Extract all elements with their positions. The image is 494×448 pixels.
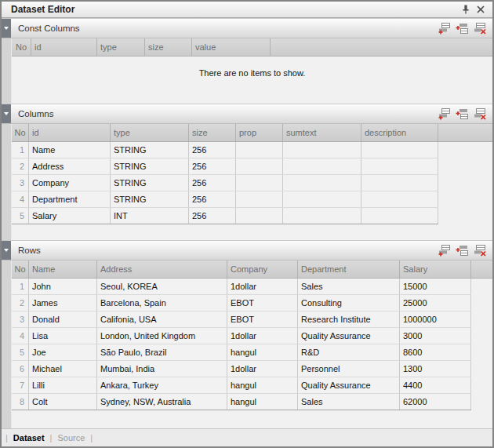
delete-row-button[interactable] — [474, 22, 487, 35]
table-cell[interactable]: 1000000 — [400, 311, 471, 327]
table-cell[interactable]: Salary — [29, 208, 111, 224]
table-cell[interactable]: STRING — [111, 175, 189, 191]
table-cell[interactable]: 1300 — [400, 361, 471, 377]
table-cell[interactable]: hangul — [227, 377, 298, 393]
table-cell[interactable]: Quality Assurance — [298, 377, 400, 393]
table-cell[interactable] — [283, 175, 361, 191]
table-cell[interactable]: 256 — [189, 175, 236, 191]
table-cell[interactable] — [361, 208, 438, 224]
row-number-cell[interactable]: 6 — [12, 361, 29, 377]
table-cell[interactable]: Lilli — [29, 377, 97, 393]
table-cell[interactable] — [361, 142, 438, 158]
add-row-button[interactable] — [438, 22, 451, 35]
insert-row-button[interactable] — [456, 107, 469, 120]
table-cell[interactable]: 62000 — [400, 394, 471, 410]
table-cell[interactable]: STRING — [111, 158, 189, 174]
close-button[interactable] — [473, 3, 488, 16]
table-cell[interactable]: 256 — [189, 142, 236, 158]
table-cell[interactable]: 256 — [189, 158, 236, 174]
table-cell[interactable]: 15000 — [400, 279, 471, 294]
table-row[interactable]: 2AddressSTRING256 — [12, 158, 438, 175]
table-cell[interactable]: 8600 — [400, 344, 471, 360]
table-cell[interactable]: Joe — [29, 344, 97, 360]
table-cell[interactable]: STRING — [111, 191, 189, 207]
column-header[interactable]: No — [12, 260, 29, 278]
table-cell[interactable]: 256 — [189, 191, 236, 207]
table-cell[interactable]: São Paulo, Brazil — [97, 344, 227, 360]
table-cell[interactable]: 1dollar — [227, 279, 298, 294]
row-number-cell[interactable]: 8 — [12, 394, 29, 410]
table-cell[interactable] — [236, 175, 283, 191]
table-row[interactable]: 5SalaryINT256 — [12, 208, 438, 224]
table-row[interactable]: 7LilliAnkara, TurkeyhangulQuality Assura… — [12, 377, 471, 394]
column-header[interactable]: size — [145, 38, 192, 56]
column-header[interactable]: No — [12, 124, 29, 141]
column-header[interactable]: sumtext — [283, 124, 361, 141]
table-cell[interactable] — [236, 158, 283, 174]
table-cell[interactable]: Quality Assurance — [298, 328, 400, 344]
table-cell[interactable]: Seoul, KOREA — [97, 279, 227, 294]
row-number-cell[interactable]: 5 — [12, 208, 29, 224]
table-cell[interactable] — [236, 142, 283, 158]
table-cell[interactable]: 1dollar — [227, 361, 298, 377]
table-cell[interactable]: STRING — [111, 142, 189, 158]
table-cell[interactable]: Address — [29, 158, 111, 174]
table-cell[interactable]: Barcelona, Spain — [97, 295, 227, 311]
table-row[interactable]: 2JamesBarcelona, SpainEBOTConsulting2500… — [12, 295, 471, 311]
column-header[interactable]: Company — [227, 260, 298, 278]
tab-dataset[interactable]: Dataset — [13, 433, 45, 443]
table-cell[interactable] — [283, 208, 361, 224]
row-number-cell[interactable]: 3 — [12, 175, 29, 191]
table-cell[interactable]: hangul — [227, 344, 298, 360]
table-cell[interactable]: Lisa — [29, 328, 97, 344]
table-cell[interactable] — [361, 158, 438, 174]
table-cell[interactable]: 256 — [189, 208, 236, 224]
table-cell[interactable]: Research Institute — [298, 311, 400, 327]
table-cell[interactable]: Sales — [298, 279, 400, 294]
column-header[interactable]: value — [192, 38, 271, 56]
column-header[interactable]: No — [12, 38, 31, 56]
table-cell[interactable]: Sales — [298, 394, 400, 410]
pin-button[interactable] — [458, 3, 473, 16]
table-cell[interactable]: hangul — [227, 394, 298, 410]
table-cell[interactable]: EBOT — [227, 295, 298, 311]
table-row[interactable]: 5JoeSão Paulo, BrazilhangulR&D8600 — [12, 344, 471, 361]
table-cell[interactable]: London, United Kingdom — [97, 328, 227, 344]
column-header[interactable]: size — [189, 124, 236, 141]
add-row-button[interactable] — [438, 107, 451, 120]
column-header[interactable]: Department — [298, 260, 400, 278]
table-cell[interactable]: 25000 — [400, 295, 471, 311]
table-cell[interactable]: Sydney, NSW, Australia — [97, 394, 227, 410]
tab-source[interactable]: Source — [57, 433, 85, 443]
table-cell[interactable]: James — [29, 295, 97, 311]
insert-row-button[interactable] — [456, 244, 469, 257]
row-number-cell[interactable]: 4 — [12, 191, 29, 207]
row-number-cell[interactable]: 3 — [12, 311, 29, 327]
table-cell[interactable]: 1dollar — [227, 328, 298, 344]
delete-row-button[interactable] — [474, 244, 487, 257]
column-header[interactable]: Name — [29, 260, 97, 278]
table-row[interactable]: 8ColtSydney, NSW, AustraliahangulSales62… — [12, 394, 471, 410]
table-cell[interactable]: R&D — [298, 344, 400, 360]
table-cell[interactable]: Consulting — [298, 295, 400, 311]
table-cell[interactable]: Califonia, USA — [97, 311, 227, 327]
insert-row-button[interactable] — [456, 22, 469, 35]
table-cell[interactable]: Michael — [29, 361, 97, 377]
table-cell[interactable]: INT — [111, 208, 189, 224]
table-cell[interactable] — [283, 158, 361, 174]
table-cell[interactable]: Donald — [29, 311, 97, 327]
table-row[interactable]: 3DonaldCalifonia, USAEBOTResearch Instit… — [12, 311, 471, 328]
table-cell[interactable]: Colt — [29, 394, 97, 410]
row-number-cell[interactable]: 1 — [12, 279, 29, 294]
column-header[interactable]: type — [97, 38, 145, 56]
table-cell[interactable]: Mumbai, India — [97, 361, 227, 377]
column-header[interactable]: Address — [97, 260, 227, 278]
row-number-cell[interactable]: 2 — [12, 158, 29, 174]
column-header[interactable]: prop — [236, 124, 283, 141]
table-cell[interactable]: EBOT — [227, 311, 298, 327]
collapse-section-button[interactable] — [2, 104, 11, 123]
add-row-button[interactable] — [438, 244, 451, 257]
table-row[interactable]: 4DepartmentSTRING256 — [12, 191, 438, 208]
table-cell[interactable] — [236, 191, 283, 207]
table-cell[interactable]: Company — [29, 175, 111, 191]
